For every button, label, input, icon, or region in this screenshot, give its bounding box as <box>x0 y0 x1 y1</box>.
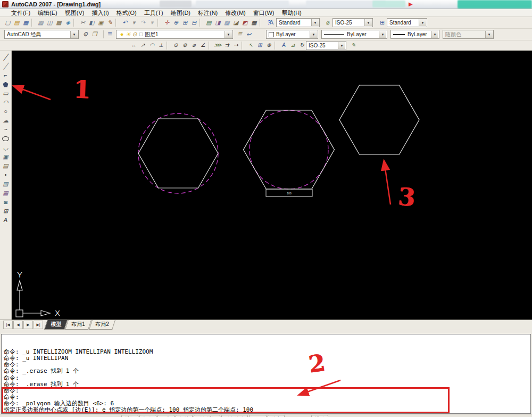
tab-nav-first[interactable]: |◀ <box>3 321 13 329</box>
quick-dimension-icon[interactable]: ⋙ <box>213 41 222 50</box>
workspace-window-icon[interactable]: ❒ <box>90 30 99 39</box>
command-window[interactable]: 命令: _u INTELLIZOOM INTELLIPAN INTELLIZOO… <box>1 334 531 414</box>
pan-icon[interactable]: ✛ <box>162 18 171 27</box>
zoom-window-icon[interactable]: ⊞ <box>180 18 189 27</box>
chevron-down-icon[interactable]: ▼ <box>70 31 78 38</box>
continue-dimension-icon[interactable]: ⇢ <box>231 41 240 50</box>
cut-icon[interactable]: ✂ <box>78 18 87 27</box>
baseline-dimension-icon[interactable]: ⇉ <box>222 41 231 50</box>
linear-dimension-icon[interactable]: ↔ <box>129 41 138 50</box>
copy-icon[interactable]: ◧ <box>87 18 96 27</box>
status-otrack[interactable]: 对象追踪 <box>221 415 248 417</box>
designcenter-icon[interactable]: ◨ <box>213 18 222 27</box>
menu-dimension[interactable]: 标注(N) <box>194 9 221 17</box>
match-properties-icon[interactable]: ✎ <box>105 18 114 27</box>
ellipse-arc-tool-icon[interactable]: ◡ <box>1 143 11 152</box>
new-file-icon[interactable]: ▢ <box>3 18 12 27</box>
status-dyn[interactable]: DYN <box>249 415 267 417</box>
dim-current-style-combo[interactable]: ISO-25 ▼ <box>306 41 346 50</box>
status-osnap[interactable]: 对象捕捉 <box>194 415 220 417</box>
hexagon-polygon[interactable] <box>138 119 218 188</box>
menu-window[interactable]: 窗口(W) <box>250 9 278 17</box>
redo-dropdown-icon[interactable]: ▾ <box>147 18 156 27</box>
revcloud-tool-icon[interactable]: ☁ <box>1 116 11 125</box>
dimension-style-icon[interactable]: ✎ <box>349 41 358 50</box>
menu-format[interactable]: 格式(O) <box>113 9 140 17</box>
construction-circle[interactable] <box>250 110 328 189</box>
publish-icon[interactable]: ▩ <box>54 18 63 27</box>
tolerance-icon[interactable]: ⊞ <box>255 41 264 50</box>
chevron-down-icon[interactable]: ▼ <box>431 31 438 38</box>
arc-length-dimension-icon[interactable]: ◠ <box>147 41 156 50</box>
layer-on-icon[interactable]: ● <box>119 30 125 39</box>
properties-icon[interactable]: ▤ <box>204 18 213 27</box>
tool-palettes-icon[interactable]: ▥ <box>222 18 231 27</box>
layer-lock-icon[interactable]: ⊙ <box>131 30 138 39</box>
menu-modify[interactable]: 修改(M) <box>221 9 250 17</box>
chevron-down-icon[interactable]: ▼ <box>379 31 386 38</box>
chevron-down-icon[interactable]: ▼ <box>419 19 426 26</box>
text-style-combo[interactable]: Standard ▼ <box>276 18 320 27</box>
dim-style-icon[interactable]: ⌀ <box>323 18 332 27</box>
status-snap[interactable]: 捕捉 <box>121 415 138 417</box>
ellipse-tool-icon[interactable] <box>1 134 11 143</box>
mtext-tool-icon[interactable]: A <box>1 216 11 225</box>
line-tool-icon[interactable]: ╱ <box>1 53 11 62</box>
dim-style-combo[interactable]: ISO-25 ▼ <box>332 18 373 27</box>
dimension-update-icon[interactable]: ↻ <box>297 41 306 50</box>
tab-nav-last[interactable]: ▶| <box>34 321 43 329</box>
workspace-combo[interactable]: AutoCAD 经典 ▼ <box>4 30 79 39</box>
aligned-dimension-icon[interactable]: ↗ <box>138 41 147 50</box>
zoom-previous-icon[interactable]: ⊟ <box>189 18 198 27</box>
drawing-canvas[interactable]: 100YX <box>12 51 532 320</box>
chevron-down-icon[interactable]: ▼ <box>311 19 319 26</box>
insert-block-tool-icon[interactable]: ▣ <box>1 152 11 161</box>
arc-tool-icon[interactable]: ◠ <box>1 98 11 107</box>
dwf-icon[interactable]: ◈ <box>63 18 72 27</box>
tab-layout2[interactable]: 布局2 <box>89 320 115 330</box>
make-block-tool-icon[interactable]: ▤ <box>1 161 11 170</box>
status-ortho[interactable]: 正交 <box>157 415 174 417</box>
chevron-down-icon[interactable]: ▼ <box>364 19 372 26</box>
plot-preview-icon[interactable]: ◫ <box>45 18 54 27</box>
sheetset-manager-icon[interactable]: ◪ <box>231 18 240 27</box>
table-tool-icon[interactable]: ⊞ <box>1 207 11 216</box>
spline-tool-icon[interactable]: ~ <box>1 125 11 134</box>
menu-draw[interactable]: 绘图(D) <box>167 9 194 17</box>
undo-dropdown-icon[interactable]: ▾ <box>129 18 138 27</box>
markup-manager-icon[interactable]: ◩ <box>240 18 250 27</box>
plot-icon[interactable]: ▥ <box>36 18 45 27</box>
make-object-layer-current-icon[interactable]: ≣ <box>235 30 244 39</box>
polyline-tool-icon[interactable]: ⌐ <box>1 71 11 80</box>
rectangle-tool-icon[interactable]: ▭ <box>1 89 11 98</box>
circle-tool-icon[interactable]: ○ <box>1 107 11 116</box>
quick-leader-icon[interactable]: ↖ <box>246 41 255 50</box>
chevron-down-icon[interactable]: ▼ <box>338 42 345 49</box>
point-tool-icon[interactable]: • <box>1 170 11 179</box>
hexagon-polygon[interactable] <box>339 85 419 154</box>
redo-icon[interactable]: ↷ <box>138 18 147 27</box>
zoom-realtime-icon[interactable]: ⊕ <box>171 18 180 27</box>
dimension-text-edit-icon[interactable]: ⊿ <box>288 41 297 50</box>
tab-nav-prev[interactable]: ◀ <box>13 321 23 329</box>
table-style-icon[interactable]: ⊞ <box>378 18 387 27</box>
radius-dimension-icon[interactable]: ⊙ <box>171 41 180 50</box>
chevron-down-icon[interactable]: ▼ <box>225 31 232 38</box>
linetype-combo[interactable]: ByLayer ▼ <box>321 30 387 39</box>
layer-freeze-icon[interactable]: ☀ <box>125 30 131 39</box>
dimension-edit-icon[interactable]: A <box>279 41 288 50</box>
status-lwt[interactable]: 线宽 <box>268 415 285 417</box>
layer-color-swatch[interactable]: □ <box>138 30 144 39</box>
construction-line-tool-icon[interactable]: ╱ <box>1 62 11 71</box>
hatch-tool-icon[interactable]: ▨ <box>1 179 11 189</box>
region-tool-icon[interactable]: ◙ <box>1 198 11 207</box>
text-style-icon[interactable]: A <box>267 18 276 27</box>
tab-layout1[interactable]: 布局1 <box>65 320 91 330</box>
diameter-dimension-icon[interactable]: ⌀ <box>189 41 198 50</box>
lineweight-combo[interactable]: ByLayer ▼ <box>390 30 439 39</box>
menu-insert[interactable]: 插入(I) <box>88 9 112 17</box>
construction-circle[interactable] <box>138 113 218 193</box>
status-grid[interactable]: 栅格 <box>139 415 156 417</box>
layer-combo[interactable]: ●☀⊙□ 图层1 ▼ <box>116 30 233 39</box>
center-mark-icon[interactable]: ⊕ <box>264 41 273 50</box>
